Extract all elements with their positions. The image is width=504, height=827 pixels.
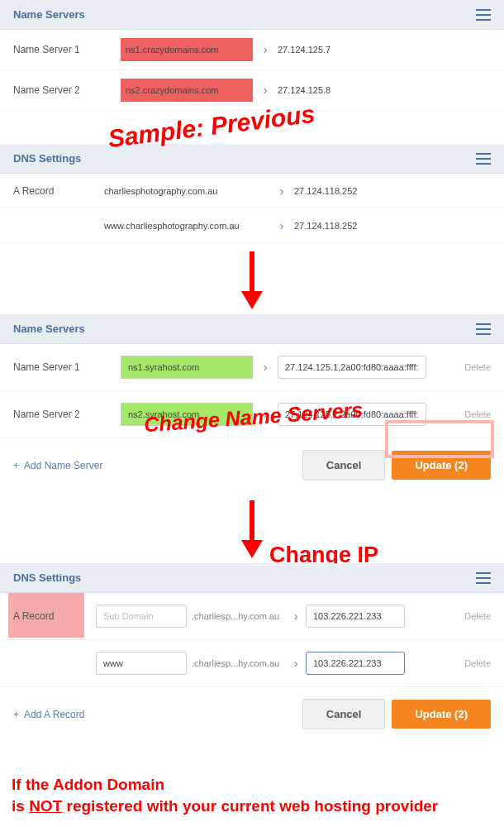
chevron-right-icon[interactable]: › xyxy=(286,657,306,670)
footer-not: NOT xyxy=(29,797,62,815)
nameserver-value: ns2.crazydomains.com xyxy=(121,79,253,102)
add-link-label: Add Name Server xyxy=(24,460,102,471)
add-nameserver-link[interactable]: + Add Name Server xyxy=(13,460,102,471)
delete-link[interactable]: Delete xyxy=(464,658,491,668)
nameservers-panel-previous: Name Servers Name Server 1 ns1.crazydoma… xyxy=(0,0,504,111)
chevron-right-icon[interactable]: › xyxy=(253,84,278,97)
nameserver-row: Name Server 2 ns2.crazydomains.com › 27.… xyxy=(0,70,504,111)
dns-panel-edit: DNS Settings A Record .charliesp...hy.co… xyxy=(0,563,504,741)
nameserver-row: Name Server 1 ns1.crazydomains.com › 27.… xyxy=(0,30,504,70)
nameserver-input-wrap xyxy=(121,356,253,379)
delete-link[interactable]: Delete xyxy=(464,362,491,372)
subdomain-input[interactable] xyxy=(96,652,187,675)
row-label: Name Server 2 xyxy=(13,84,121,96)
ip-input[interactable] xyxy=(306,652,405,675)
update-button[interactable]: Update (2) xyxy=(392,451,491,480)
nameserver-input[interactable] xyxy=(121,403,253,426)
dns-row: www.charliesphotography.com.au › 27.124.… xyxy=(0,208,504,243)
menu-icon[interactable] xyxy=(476,9,491,21)
panel-header: DNS Settings xyxy=(0,144,504,174)
plus-icon: + xyxy=(13,460,19,471)
dns-row: A Record charliesphotography.com.au › 27… xyxy=(0,174,504,208)
dns-panel-previous: DNS Settings A Record charliesphotograph… xyxy=(0,144,504,243)
panel-title: DNS Settings xyxy=(13,571,81,584)
subdomain-input-wrap xyxy=(96,652,187,675)
panel-title: DNS Settings xyxy=(13,152,81,165)
nameservers-panel-edit: Name Servers Name Server 1 › Delete Name… xyxy=(0,314,504,492)
chevron-right-icon[interactable]: › xyxy=(269,184,294,198)
ip-input-wrap xyxy=(306,652,405,675)
menu-icon[interactable] xyxy=(476,153,491,165)
dns-hostname: www.charliesphotography.com.au xyxy=(104,221,269,231)
chevron-right-icon[interactable]: › xyxy=(253,361,278,374)
delete-link[interactable]: Delete xyxy=(464,409,491,419)
footer-line2c: registered with your current web hosting… xyxy=(62,797,438,815)
row-label: A Record xyxy=(13,610,96,622)
chevron-right-icon[interactable]: › xyxy=(286,609,306,623)
cancel-button[interactable]: Cancel xyxy=(302,699,386,729)
row-label: Name Server 2 xyxy=(13,409,121,420)
cancel-button[interactable]: Cancel xyxy=(302,450,386,480)
ip-value: 27.124.125.8 xyxy=(278,85,330,95)
chevron-right-icon[interactable]: › xyxy=(253,408,278,421)
ip-input-wrap xyxy=(278,403,426,426)
ip-input-wrap xyxy=(278,356,426,379)
panel-title: Name Servers xyxy=(13,323,85,335)
nameserver-row: Name Server 1 › Delete xyxy=(0,344,504,391)
arrow-down-icon xyxy=(0,492,504,563)
panel-title: Name Servers xyxy=(13,8,85,21)
ip-input-wrap xyxy=(306,605,405,628)
footer-line2a: is xyxy=(12,797,29,815)
nameserver-value: ns1.crazydomains.com xyxy=(121,38,253,61)
plus-icon: + xyxy=(13,709,19,720)
add-link-label: Add A Record xyxy=(24,709,84,720)
domain-suffix: .charliesp...hy.com.au xyxy=(187,611,286,621)
actions-row: + Add A Record Cancel Update (2) xyxy=(0,687,504,741)
arrow-down-icon xyxy=(0,243,504,314)
panel-header: Name Servers xyxy=(0,0,504,30)
subdomain-input[interactable] xyxy=(96,605,187,628)
add-arecord-link[interactable]: + Add A Record xyxy=(13,709,84,720)
panel-header: DNS Settings xyxy=(0,563,504,593)
ip-value: 27.124.118.252 xyxy=(294,186,357,196)
chevron-right-icon[interactable]: › xyxy=(253,43,278,56)
ip-value: 27.124.118.252 xyxy=(294,221,357,231)
ip-input[interactable] xyxy=(306,605,405,628)
row-label: Name Server 1 xyxy=(13,361,121,373)
dns-hostname: charliesphotography.com.au xyxy=(104,186,269,196)
delete-link[interactable]: Delete xyxy=(464,611,491,621)
actions-row: + Add Name Server Cancel Update (2) xyxy=(0,438,504,492)
update-button[interactable]: Update (2) xyxy=(392,700,491,729)
subdomain-input-wrap xyxy=(96,605,187,628)
menu-icon[interactable] xyxy=(476,572,491,584)
nameserver-ip-input[interactable] xyxy=(278,403,426,426)
dns-row: A Record .charliesp...hy.com.au › Delete xyxy=(0,593,504,640)
nameserver-input-wrap xyxy=(121,403,253,426)
domain-suffix: .charliesp...hy.com.au xyxy=(187,658,286,668)
nameserver-input[interactable] xyxy=(121,356,253,379)
ip-value: 27.124.125.7 xyxy=(278,45,330,55)
nameserver-row: Name Server 2 › Delete xyxy=(0,391,504,438)
dns-row: .charliesp...hy.com.au › Delete xyxy=(0,640,504,687)
panel-header: Name Servers xyxy=(0,314,504,344)
row-label: A Record xyxy=(13,185,104,197)
nameserver-ip-input[interactable] xyxy=(278,356,426,379)
footer-note: If the Addon Domain is NOT registered wi… xyxy=(0,741,504,827)
row-label: Name Server 1 xyxy=(13,44,121,55)
chevron-right-icon[interactable]: › xyxy=(269,219,294,232)
footer-line1: If the Addon Domain xyxy=(12,776,164,793)
menu-icon[interactable] xyxy=(476,323,491,335)
